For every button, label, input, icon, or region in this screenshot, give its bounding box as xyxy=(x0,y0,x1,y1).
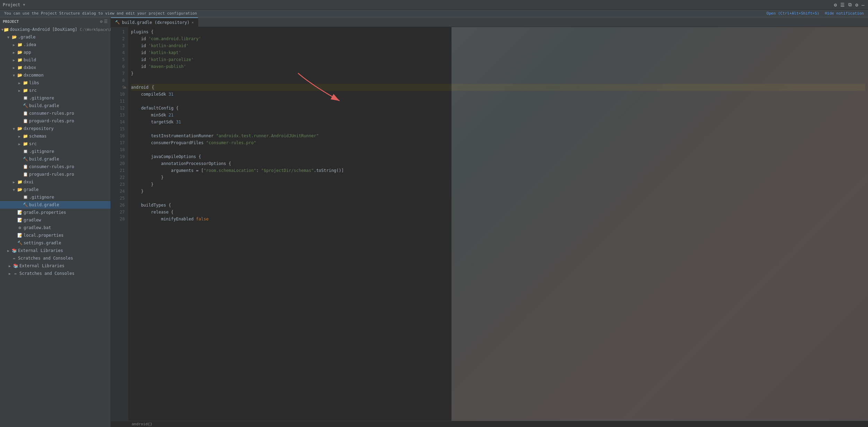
tree-item-label: .gitignore xyxy=(29,195,54,200)
settings-icon[interactable]: ⚙ xyxy=(833,1,838,8)
split-icon[interactable]: ⧉ xyxy=(848,1,852,8)
sidebar-tree-item[interactable]: ▼📂dxcommon xyxy=(0,71,111,79)
folder-arrow[interactable]: ▶ xyxy=(17,142,22,146)
folder-arrow[interactable]: ▶ xyxy=(17,134,22,138)
code-token: id xyxy=(131,35,149,42)
sidebar-tree-item[interactable]: ▼📂gradle xyxy=(0,186,111,193)
folder-icon: 📁 xyxy=(17,42,23,47)
code-token: { xyxy=(168,202,171,209)
sidebar-tree-item[interactable]: 🔲.gitignore xyxy=(0,193,111,201)
hide-notification-link[interactable]: Hide notification xyxy=(825,11,864,16)
code-token: compileSdk xyxy=(131,91,168,98)
code-line: arguments = ["room.schemaLocation": "$pr… xyxy=(131,167,865,174)
file-icon: 📋 xyxy=(22,164,28,169)
folder-icon: 📂 xyxy=(17,126,23,131)
sidebar-tree-item[interactable]: ▶📁dxbox xyxy=(0,64,111,71)
sidebar-tree-item[interactable]: ▶📁.idea xyxy=(0,41,111,49)
sidebar-layout-icon[interactable]: ☰ xyxy=(104,19,108,24)
sidebar-tree-item[interactable]: 🔲.gitignore xyxy=(0,94,111,102)
line-number: 9 xyxy=(111,84,125,91)
sidebar-tree-item[interactable]: 📋proguard-rules.pro xyxy=(0,171,111,178)
tree-item-label: local.properties xyxy=(24,233,64,238)
tree-item-label: build.gradle xyxy=(29,103,59,108)
sidebar-tree-item[interactable]: 🔨build.gradle xyxy=(0,201,111,209)
sidebar-item-scratches[interactable]: ▶ ✏ Scratches and Consoles xyxy=(0,270,111,277)
dropdown-arrow-icon[interactable]: ▼ xyxy=(23,3,25,7)
code-token: buildTypes xyxy=(131,202,168,209)
sidebar-tree-item[interactable]: ▼📂.gradle xyxy=(0,33,111,41)
notification-actions: Open (Ctrl+Alt+Shift+S) Hide notificatio… xyxy=(766,11,864,16)
sidebar-tree-item[interactable]: ▶📁libs xyxy=(0,79,111,87)
folder-arrow[interactable]: ▶ xyxy=(17,81,22,85)
tree-item-label: settings.gradle xyxy=(24,241,61,245)
code-token: "$projectDir/schemas" xyxy=(261,167,314,174)
tree-item-label: src xyxy=(29,141,37,146)
gear-icon[interactable]: ⚙ xyxy=(854,1,859,8)
tree-item-label: gradlew.bat xyxy=(24,225,51,230)
list-icon[interactable]: ☰ xyxy=(840,1,845,8)
tree-item-label: gradle xyxy=(24,187,38,192)
sidebar-tree-item[interactable]: 📋proguard-rules.pro xyxy=(0,117,111,125)
code-editor[interactable]: 1234567891011121314151617181920212223242… xyxy=(111,27,868,421)
code-token: minSdk xyxy=(131,112,168,119)
file-icon: 🔨 xyxy=(22,157,28,162)
tree-root[interactable]: ▼ 📁 douxiang-Android [DouXiang] C:\WorkS… xyxy=(0,26,111,33)
sidebar-tree-item[interactable]: 🔨settings.gradle xyxy=(0,239,111,247)
sidebar-item-external-libraries[interactable]: ▶ 📚 External Libraries xyxy=(0,262,111,270)
sidebar-tree-item[interactable]: ⚙gradlew.bat xyxy=(0,224,111,232)
file-icon: 🔨 xyxy=(17,241,23,245)
code-content[interactable]: plugins { id 'com.android.library' id 'k… xyxy=(128,27,868,421)
sidebar-tree-item[interactable]: 🔨build.gradle xyxy=(0,155,111,163)
open-project-structure-link[interactable]: Open (Ctrl+Alt+Shift+S) xyxy=(766,11,819,16)
sidebar-tree-item[interactable]: ▶📁src xyxy=(0,87,111,94)
sidebar-tree-item[interactable]: 🔨build.gradle xyxy=(0,102,111,110)
sidebar-tree-item[interactable]: ▶📚External Libraries xyxy=(0,247,111,254)
folder-arrow[interactable]: ▶ xyxy=(11,58,17,62)
folder-arrow[interactable]: ▶ xyxy=(11,66,17,70)
folder-arrow[interactable]: ▼ xyxy=(11,127,17,131)
sidebar-gear-icon[interactable]: ⚙ xyxy=(100,19,103,24)
folder-arrow[interactable]: ▼ xyxy=(11,188,17,192)
folder-arrow[interactable]: ▶ xyxy=(11,180,17,184)
sidebar-tree-item[interactable]: 📝gradlew xyxy=(0,216,111,224)
tree-item-label: schemas xyxy=(29,134,47,139)
folder-arrow[interactable]: ▼ xyxy=(6,35,11,39)
project-title: Project xyxy=(3,2,20,7)
minimize-icon[interactable]: — xyxy=(861,1,865,8)
line-number: 4 xyxy=(111,49,125,56)
sidebar-tree-item[interactable]: ✏Scratches and Consoles xyxy=(0,254,111,262)
sidebar-tree-item[interactable]: ▶📂app xyxy=(0,49,111,56)
file-icon: 🔲 xyxy=(22,149,28,154)
tree-item-label: proguard-rules.pro xyxy=(29,172,74,177)
sidebar-tree-item[interactable]: ▶📁dxui xyxy=(0,178,111,186)
code-line: id 'kotlin-parcelize' xyxy=(131,56,865,63)
code-token: 31 xyxy=(168,91,173,98)
folder-icon: 📁 xyxy=(22,88,28,93)
file-icon: 🔨 xyxy=(22,103,28,108)
folder-arrow[interactable]: ▼ xyxy=(11,73,17,77)
scratches-arrow[interactable]: ▶ xyxy=(7,272,12,276)
tree-item-label: proguard-rules.pro xyxy=(29,119,74,123)
sidebar-tree-item[interactable]: 📝gradle.properties xyxy=(0,209,111,216)
folder-arrow[interactable]: ▶ xyxy=(11,43,17,47)
external-lib-arrow[interactable]: ▶ xyxy=(7,264,12,268)
sidebar-tree-item[interactable]: 🔲.gitignore xyxy=(0,148,111,155)
tab-close-button[interactable]: ✕ xyxy=(192,20,194,24)
sidebar-tree-item[interactable]: ▶📁schemas xyxy=(0,132,111,140)
sidebar-tree-item[interactable]: ▶📁src xyxy=(0,140,111,148)
folder-icon: 📁 xyxy=(22,141,28,146)
sidebar-tree-item[interactable]: 📝local.properties xyxy=(0,232,111,239)
sidebar-tree-item[interactable]: 📋consumer-rules.pro xyxy=(0,163,111,171)
tab-build-gradle[interactable]: 🔨 build.gradle (dxrepository) ✕ xyxy=(111,17,198,27)
folder-arrow[interactable]: ▶ xyxy=(6,249,11,253)
folder-icon: 📂 xyxy=(17,73,23,78)
sidebar-tree-item[interactable]: ▶📁build xyxy=(0,56,111,64)
folder-arrow[interactable]: ▶ xyxy=(17,89,22,93)
file-icon: 📋 xyxy=(22,119,28,123)
code-token: : xyxy=(256,167,261,174)
code-token: plugins xyxy=(131,28,151,35)
sidebar-tree-item[interactable]: ▼📂dxrepository xyxy=(0,125,111,132)
sidebar-tree-item[interactable]: 📋consumer-rules.pro xyxy=(0,110,111,117)
folder-arrow[interactable]: ▶ xyxy=(11,51,17,54)
code-token: false xyxy=(196,216,209,223)
